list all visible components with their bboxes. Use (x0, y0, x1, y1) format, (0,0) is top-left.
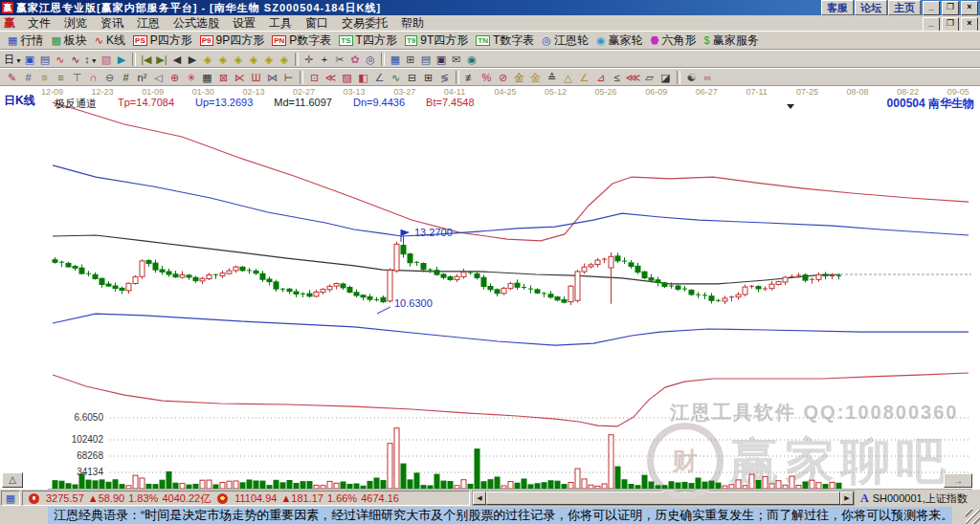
kline-button[interactable]: ∿K线 (91, 33, 129, 48)
golden-box-tool[interactable]: 金 (527, 70, 544, 85)
t9-square-button[interactable]: T99T四方形 (401, 33, 472, 48)
pointer-tool[interactable]: ◁ (150, 70, 167, 85)
step-forward-button[interactable]: ▶ (185, 52, 200, 67)
fence-tool[interactable]: Ш (248, 70, 264, 85)
menu-formula-stockpick[interactable]: 公式选股 (167, 15, 226, 32)
sectors-button[interactable]: ▩板块 (47, 33, 90, 48)
trend-large-icon[interactable]: ∿ (68, 52, 83, 67)
half-box-tool[interactable]: ◧ (355, 70, 371, 85)
diamond-shrink-button[interactable]: ◈ (277, 52, 292, 67)
mdi-minimize-button[interactable]: _ (923, 17, 940, 32)
price-levels-tool[interactable]: ≡ (36, 70, 53, 85)
menu-help[interactable]: 帮助 (394, 15, 431, 32)
angle-tool[interactable]: ∠ (371, 70, 388, 85)
diamond-right-button[interactable]: ◈ (215, 52, 231, 67)
drag-hand-button[interactable]: ✛ (301, 52, 317, 67)
n2-tool[interactable]: n² (134, 70, 150, 85)
chevrons-tool[interactable]: ⋘ (625, 70, 641, 85)
t-table-button[interactable]: TNT数字表 (472, 33, 538, 48)
menu-browse[interactable]: 浏览 (57, 15, 94, 32)
time-levels-tool[interactable]: ≡ (53, 70, 69, 85)
play-flag-icon[interactable]: ▶ (114, 52, 129, 67)
pyramid-tool[interactable]: △ (560, 70, 576, 85)
ornament-button[interactable]: ✿ (347, 52, 363, 67)
chart-canvas[interactable]: 江恩工具软件 QQ:100800360 财 赢家聊吧 13.270010.630… (0, 86, 980, 490)
p-square-button[interactable]: PSP四方形 (129, 33, 196, 48)
infinity-tool[interactable]: ∞ (700, 70, 716, 85)
info-window-icon[interactable]: ▤ (37, 52, 53, 67)
go-last-button[interactable]: ▶| (154, 52, 169, 67)
candle-style-button[interactable]: ↕▼ (83, 52, 99, 67)
minimize-button[interactable]: _ (923, 1, 940, 15)
gann-grid-tool[interactable]: # (20, 70, 36, 85)
cross-box-tool[interactable]: ⊠ (215, 70, 232, 85)
winner-service-button[interactable]: $赢家服务 (701, 33, 763, 48)
stripes-tool[interactable]: ≢ (462, 70, 479, 85)
target-tool[interactable]: ⊕ (167, 70, 183, 85)
menu-news[interactable]: 资讯 (94, 15, 130, 32)
fan-lines-tool[interactable]: ≪ (323, 70, 339, 85)
angles-tool[interactable]: ⋉ (232, 70, 248, 85)
winner-wheel-button[interactable]: ◉赢家轮 (592, 33, 647, 48)
taiji-tool[interactable]: ☯ (683, 70, 700, 85)
t-ruler-tool[interactable]: ⊤ (69, 70, 85, 85)
grid-box-tool[interactable]: ▦ (199, 70, 215, 85)
mdi-close-button[interactable]: × (961, 17, 978, 32)
restore-button[interactable]: ❐ (942, 1, 959, 15)
menu-gann[interactable]: 江恩 (130, 15, 167, 32)
arc-tool[interactable]: ∩ (85, 70, 101, 85)
wave-tool[interactable]: ∿ (388, 70, 404, 85)
menu-tools[interactable]: 工具 (262, 15, 299, 32)
link-home[interactable]: 主页 (888, 0, 921, 15)
golden-ratio-tool[interactable]: 金 (511, 70, 527, 85)
close-button[interactable]: × (961, 1, 978, 15)
period-day-button[interactable]: 日▼ (4, 52, 22, 67)
calendar-button[interactable]: ▦ (388, 52, 403, 67)
p-table-button[interactable]: PNP数字表 (268, 33, 335, 48)
mail-button[interactable]: ✉ (449, 52, 464, 67)
paint-bars-icon[interactable]: ▧ (99, 52, 114, 67)
mdi-restore-button[interactable]: ❐ (942, 17, 959, 32)
p9-square-button[interactable]: P99P四方形 (196, 33, 268, 48)
chart-plot[interactable]: 13.270010.6300 (0, 86, 980, 490)
menu-trade[interactable]: 交易委托 (335, 15, 394, 32)
web-button[interactable]: ◉ (464, 52, 479, 67)
link-forum[interactable]: 论坛 (855, 0, 887, 15)
kline-window-icon[interactable]: ▣ (22, 52, 37, 67)
quotes-button[interactable]: ▦行情 (4, 33, 47, 48)
go-first-button[interactable]: |◀ (139, 52, 154, 67)
starburst-tool[interactable]: ✳ (183, 70, 199, 85)
brackets-tool[interactable]: ⋈ (264, 70, 280, 85)
t-square-button[interactable]: TST四方形 (335, 33, 401, 48)
gann-wheel-button[interactable]: ◎江恩轮 (538, 33, 592, 48)
app-menu-icon[interactable]: 赢 (4, 15, 15, 32)
hexagon-button[interactable]: 六角形 (647, 33, 701, 48)
save-button[interactable]: ▣ (434, 52, 449, 67)
lte-tool[interactable]: ≤ (609, 70, 625, 85)
calculator-button[interactable]: ⊞ (403, 52, 418, 67)
diamond-left-button[interactable]: ◈ (200, 52, 215, 67)
dense-grid-tool[interactable]: # (118, 70, 134, 85)
notes-button[interactable]: ▤ (418, 52, 434, 67)
cut-button[interactable]: ✂ (332, 52, 347, 67)
trend-small-icon[interactable]: ∿ (53, 52, 68, 67)
wedge-tool[interactable]: ⊿ (592, 70, 609, 85)
quote-grid-icon[interactable]: ▦ (1, 491, 20, 506)
gold-angle-tool[interactable]: ∠ (576, 70, 592, 85)
ladder-tool[interactable]: ≶ (436, 70, 453, 85)
resize-grip[interactable] (966, 510, 980, 524)
levels-box-tool[interactable]: ⊟ (404, 70, 420, 85)
scroll-left-arrow[interactable]: ◀ (473, 491, 486, 505)
menu-window[interactable]: 窗口 (299, 15, 335, 32)
shade-box-tool[interactable]: ▨ (339, 70, 355, 85)
link-service[interactable]: 客服 (821, 0, 854, 15)
diamond-up-button[interactable]: ◈ (231, 52, 246, 67)
diamond-down-button[interactable]: ◈ (246, 52, 261, 67)
diag-box2-tool[interactable]: ◪ (657, 70, 674, 85)
percent-tool[interactable]: % (479, 70, 495, 85)
diag-box-tool[interactable]: ▱ (641, 70, 657, 85)
crosshair-button[interactable]: + (317, 52, 332, 67)
expand-panel-button[interactable]: △ (2, 472, 23, 488)
step-back-button[interactable]: ◀ (169, 52, 185, 67)
span-tool[interactable]: ⊢ (280, 70, 297, 85)
